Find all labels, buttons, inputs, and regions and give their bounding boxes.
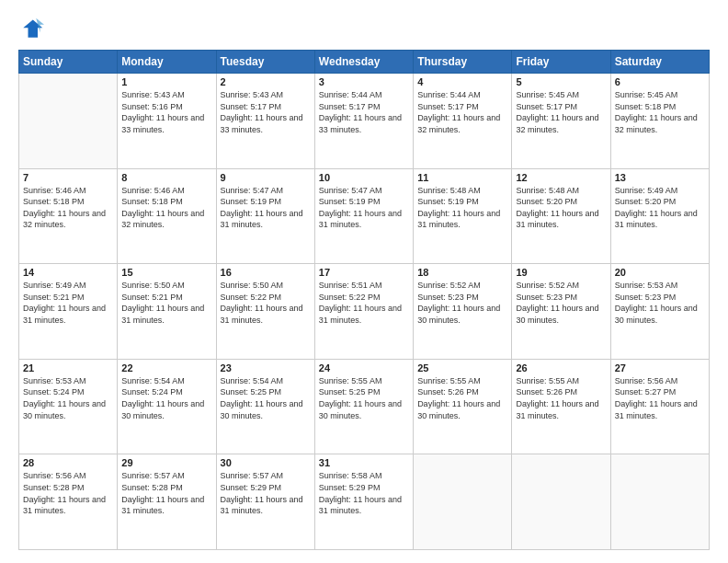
logo-icon — [18, 17, 44, 42]
calendar-cell: 8 Sunrise: 5:46 AM Sunset: 5:18 PM Dayli… — [118, 168, 216, 264]
day-info: Sunrise: 5:48 AM Sunset: 5:19 PM Dayligh… — [417, 185, 507, 231]
calendar-cell: 15 Sunrise: 5:50 AM Sunset: 5:21 PM Dayl… — [118, 264, 216, 360]
weekday-header: Wednesday — [314, 51, 413, 74]
day-number: 25 — [417, 362, 507, 373]
calendar-cell — [414, 454, 512, 550]
calendar-cell: 12 Sunrise: 5:48 AM Sunset: 5:20 PM Dayl… — [512, 168, 610, 264]
day-info: Sunrise: 5:46 AM Sunset: 5:18 PM Dayligh… — [121, 185, 211, 231]
day-info: Sunrise: 5:58 AM Sunset: 5:29 PM Dayligh… — [319, 470, 409, 516]
day-number: 10 — [319, 172, 409, 183]
day-info: Sunrise: 5:45 AM Sunset: 5:18 PM Dayligh… — [615, 89, 705, 135]
day-info: Sunrise: 5:46 AM Sunset: 5:18 PM Dayligh… — [23, 185, 113, 231]
day-info: Sunrise: 5:53 AM Sunset: 5:24 PM Dayligh… — [23, 375, 113, 421]
day-info: Sunrise: 5:44 AM Sunset: 5:17 PM Dayligh… — [417, 89, 507, 135]
calendar-cell: 6 Sunrise: 5:45 AM Sunset: 5:18 PM Dayli… — [610, 74, 709, 169]
day-info: Sunrise: 5:47 AM Sunset: 5:19 PM Dayligh… — [221, 185, 311, 231]
calendar-cell: 16 Sunrise: 5:50 AM Sunset: 5:22 PM Dayl… — [216, 264, 314, 360]
calendar-cell: 17 Sunrise: 5:51 AM Sunset: 5:22 PM Dayl… — [314, 264, 413, 360]
day-number: 15 — [121, 267, 211, 278]
calendar-week-row: 7 Sunrise: 5:46 AM Sunset: 5:18 PM Dayli… — [19, 168, 710, 264]
day-number: 17 — [319, 267, 409, 278]
day-number: 16 — [221, 267, 311, 278]
day-number: 12 — [516, 172, 606, 183]
day-info: Sunrise: 5:47 AM Sunset: 5:19 PM Dayligh… — [319, 185, 409, 231]
page: SundayMondayTuesdayWednesdayThursdayFrid… — [0, 0, 728, 563]
day-number: 8 — [121, 172, 211, 183]
weekday-header: Tuesday — [216, 51, 314, 74]
calendar-cell: 4 Sunrise: 5:44 AM Sunset: 5:17 PM Dayli… — [414, 74, 512, 169]
day-info: Sunrise: 5:45 AM Sunset: 5:17 PM Dayligh… — [516, 89, 606, 135]
calendar-cell: 31 Sunrise: 5:58 AM Sunset: 5:29 PM Dayl… — [314, 454, 413, 550]
calendar-cell: 1 Sunrise: 5:43 AM Sunset: 5:16 PM Dayli… — [118, 74, 216, 169]
day-info: Sunrise: 5:43 AM Sunset: 5:16 PM Dayligh… — [121, 89, 211, 135]
day-info: Sunrise: 5:49 AM Sunset: 5:20 PM Dayligh… — [615, 185, 705, 231]
day-info: Sunrise: 5:57 AM Sunset: 5:28 PM Dayligh… — [121, 470, 211, 516]
header — [18, 17, 710, 42]
calendar-cell: 13 Sunrise: 5:49 AM Sunset: 5:20 PM Dayl… — [610, 168, 709, 264]
calendar-week-row: 28 Sunrise: 5:56 AM Sunset: 5:28 PM Dayl… — [19, 454, 710, 550]
calendar-table: SundayMondayTuesdayWednesdayThursdayFrid… — [18, 50, 710, 550]
calendar-cell: 3 Sunrise: 5:44 AM Sunset: 5:17 PM Dayli… — [314, 74, 413, 169]
calendar-cell: 18 Sunrise: 5:52 AM Sunset: 5:23 PM Dayl… — [414, 264, 512, 360]
calendar-cell: 25 Sunrise: 5:55 AM Sunset: 5:26 PM Dayl… — [414, 359, 512, 454]
day-number: 30 — [221, 457, 311, 468]
day-number: 5 — [516, 76, 606, 87]
weekday-header: Thursday — [414, 51, 512, 74]
calendar-cell: 23 Sunrise: 5:54 AM Sunset: 5:25 PM Dayl… — [216, 359, 314, 454]
day-info: Sunrise: 5:57 AM Sunset: 5:29 PM Dayligh… — [221, 470, 311, 516]
day-number: 19 — [516, 267, 606, 278]
day-info: Sunrise: 5:44 AM Sunset: 5:17 PM Dayligh… — [319, 89, 409, 135]
day-number: 9 — [221, 172, 311, 183]
calendar-cell: 7 Sunrise: 5:46 AM Sunset: 5:18 PM Dayli… — [19, 168, 118, 264]
calendar-cell: 20 Sunrise: 5:53 AM Sunset: 5:23 PM Dayl… — [610, 264, 709, 360]
day-info: Sunrise: 5:55 AM Sunset: 5:26 PM Dayligh… — [417, 375, 507, 421]
weekday-header: Saturday — [610, 51, 709, 74]
day-number: 20 — [615, 267, 705, 278]
day-number: 13 — [615, 172, 705, 183]
day-number: 21 — [23, 362, 113, 373]
day-info: Sunrise: 5:53 AM Sunset: 5:23 PM Dayligh… — [615, 280, 705, 326]
day-number: 1 — [121, 76, 211, 87]
calendar-week-row: 14 Sunrise: 5:49 AM Sunset: 5:21 PM Dayl… — [19, 264, 710, 360]
calendar-cell: 2 Sunrise: 5:43 AM Sunset: 5:17 PM Dayli… — [216, 74, 314, 169]
day-number: 4 — [417, 76, 507, 87]
calendar-cell: 22 Sunrise: 5:54 AM Sunset: 5:24 PM Dayl… — [118, 359, 216, 454]
weekday-header: Friday — [512, 51, 610, 74]
calendar-cell: 24 Sunrise: 5:55 AM Sunset: 5:25 PM Dayl… — [314, 359, 413, 454]
day-number: 11 — [417, 172, 507, 183]
day-info: Sunrise: 5:56 AM Sunset: 5:28 PM Dayligh… — [23, 470, 113, 516]
calendar-cell: 30 Sunrise: 5:57 AM Sunset: 5:29 PM Dayl… — [216, 454, 314, 550]
calendar-cell: 29 Sunrise: 5:57 AM Sunset: 5:28 PM Dayl… — [118, 454, 216, 550]
day-info: Sunrise: 5:56 AM Sunset: 5:27 PM Dayligh… — [615, 375, 705, 421]
day-info: Sunrise: 5:52 AM Sunset: 5:23 PM Dayligh… — [417, 280, 507, 326]
day-info: Sunrise: 5:51 AM Sunset: 5:22 PM Dayligh… — [319, 280, 409, 326]
calendar-cell — [610, 454, 709, 550]
day-number: 31 — [319, 457, 409, 468]
day-info: Sunrise: 5:50 AM Sunset: 5:21 PM Dayligh… — [121, 280, 211, 326]
day-info: Sunrise: 5:55 AM Sunset: 5:25 PM Dayligh… — [319, 375, 409, 421]
calendar-week-row: 21 Sunrise: 5:53 AM Sunset: 5:24 PM Dayl… — [19, 359, 710, 454]
day-number: 18 — [417, 267, 507, 278]
day-number: 29 — [121, 457, 211, 468]
day-number: 26 — [516, 362, 606, 373]
day-number: 7 — [23, 172, 113, 183]
day-number: 23 — [221, 362, 311, 373]
day-info: Sunrise: 5:54 AM Sunset: 5:25 PM Dayligh… — [221, 375, 311, 421]
day-number: 28 — [23, 457, 113, 468]
logo — [18, 17, 48, 42]
calendar-cell: 9 Sunrise: 5:47 AM Sunset: 5:19 PM Dayli… — [216, 168, 314, 264]
day-number: 22 — [121, 362, 211, 373]
day-info: Sunrise: 5:43 AM Sunset: 5:17 PM Dayligh… — [221, 89, 311, 135]
day-info: Sunrise: 5:55 AM Sunset: 5:26 PM Dayligh… — [516, 375, 606, 421]
day-info: Sunrise: 5:54 AM Sunset: 5:24 PM Dayligh… — [121, 375, 211, 421]
day-number: 2 — [221, 76, 311, 87]
calendar-header-row: SundayMondayTuesdayWednesdayThursdayFrid… — [19, 51, 710, 74]
day-number: 24 — [319, 362, 409, 373]
calendar-cell: 19 Sunrise: 5:52 AM Sunset: 5:23 PM Dayl… — [512, 264, 610, 360]
day-info: Sunrise: 5:49 AM Sunset: 5:21 PM Dayligh… — [23, 280, 113, 326]
calendar-cell: 27 Sunrise: 5:56 AM Sunset: 5:27 PM Dayl… — [610, 359, 709, 454]
calendar-cell: 11 Sunrise: 5:48 AM Sunset: 5:19 PM Dayl… — [414, 168, 512, 264]
weekday-header: Sunday — [19, 51, 118, 74]
day-number: 6 — [615, 76, 705, 87]
calendar-cell: 21 Sunrise: 5:53 AM Sunset: 5:24 PM Dayl… — [19, 359, 118, 454]
